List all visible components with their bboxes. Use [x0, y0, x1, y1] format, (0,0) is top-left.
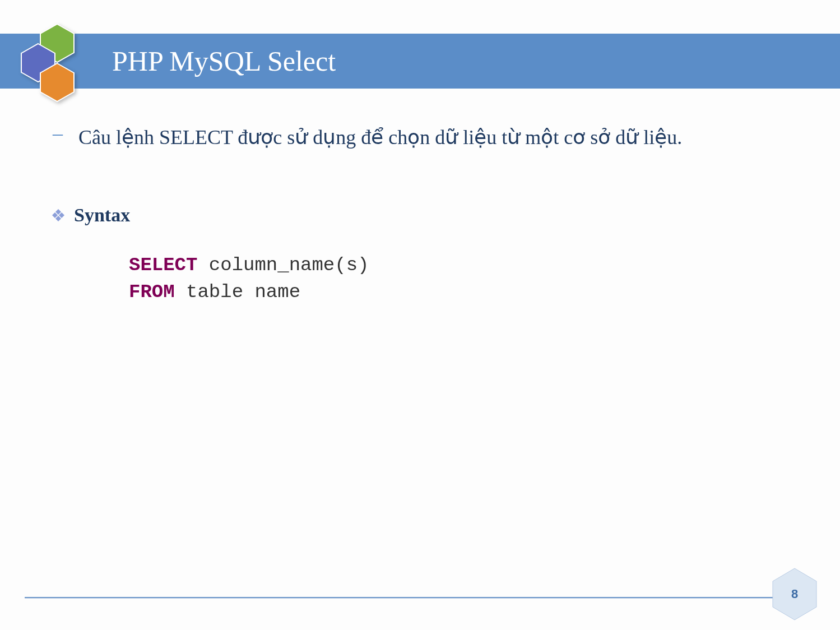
page-number: 8: [791, 587, 798, 601]
page-number-badge: 8: [769, 566, 820, 622]
bullet-text: Câu lệnh SELECT được sử dụng để chọn dữ …: [78, 121, 682, 154]
code-line-2: FROM table name: [129, 279, 801, 305]
code-keyword-from: FROM: [129, 281, 175, 303]
code-block: SELECT column_name(s) FROM table name: [129, 252, 801, 305]
header-bar: PHP MySQL Select: [0, 34, 840, 89]
code-text: column_name(s): [197, 254, 369, 276]
hexagon-logo-icon: [11, 21, 101, 105]
content-area: – Câu lệnh SELECT được sử dụng để chọn d…: [50, 121, 801, 305]
diamond-bullet-icon: [50, 207, 66, 223]
syntax-heading: Syntax: [50, 205, 801, 226]
slide: PHP MySQL Select – Câu lệnh SELECT được …: [0, 0, 840, 630]
page-title: PHP MySQL Select: [112, 45, 336, 77]
dash-icon: –: [50, 121, 63, 146]
syntax-label: Syntax: [74, 205, 130, 226]
footer-divider: [25, 597, 815, 599]
bullet-item: – Câu lệnh SELECT được sử dụng để chọn d…: [50, 121, 801, 154]
code-keyword-select: SELECT: [129, 254, 197, 276]
code-line-1: SELECT column_name(s): [129, 252, 801, 279]
code-text: table name: [175, 281, 300, 303]
